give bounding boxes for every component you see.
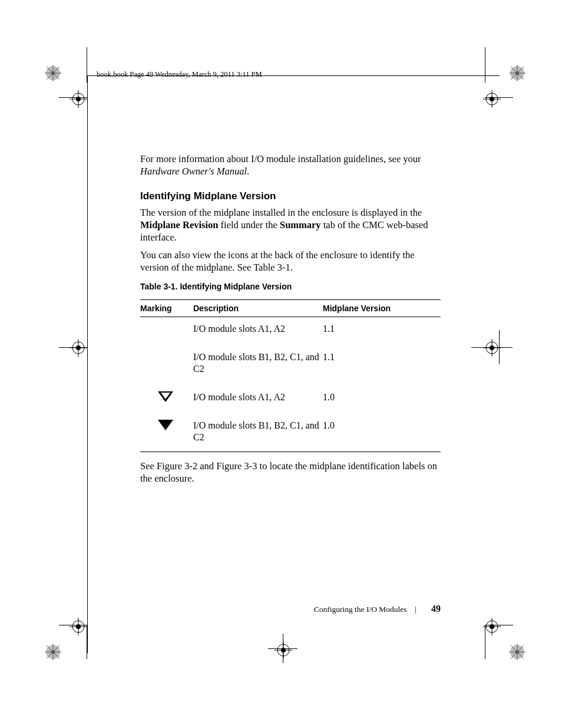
page-footer: Configuring the I/O Modules | 49 [140,604,441,614]
description-cell: I/O module slots A1, A2 [193,317,323,346]
table-caption: Table 3-1. Identifying Midplane Version [140,282,441,291]
crop-mark [485,625,513,625]
table-row: I/O module slots B1, B2, C1, and C2 1.0 [140,414,441,452]
description-cell: I/O module slots A1, A2 [193,386,323,414]
svg-point-8 [72,342,84,354]
table-header-row: Marking Description Midplane Version [140,300,441,317]
starburst-icon [44,643,62,661]
version-cell: 1.0 [323,414,441,452]
description-cell: I/O module slots B1, B2, C1, and C2 [193,414,323,452]
starburst-icon [508,643,527,661]
version-cell: 1.1 [323,317,441,346]
svg-point-0 [72,93,84,105]
page: book.book Page 49 Wednesday, March 9, 20… [0,0,562,728]
crop-mark [485,625,485,659]
svg-point-51 [515,650,519,654]
description-cell: I/O module slots B1, B2, C1, and C2 [193,345,323,386]
tab-name: Summary [280,219,321,230]
table-row: I/O module slots A1, A2 1.0 [140,386,441,414]
col-header-version: Midplane Version [323,300,441,317]
registration-mark-icon [70,339,87,357]
table-row: I/O module slots A1, A2 1.1 [140,317,441,346]
svg-point-33 [51,71,55,75]
crop-mark [87,625,87,659]
svg-point-11 [76,345,81,350]
crop-mark [485,97,513,98]
starburst-icon [44,64,62,83]
svg-point-4 [486,93,498,105]
svg-point-45 [51,650,55,654]
intro-paragraph: For more information about I/O module in… [140,153,441,177]
running-header: book.book Page 49 Wednesday, March 9, 20… [97,70,262,79]
registration-mark-icon [70,90,87,108]
triangle-outline-icon [158,391,173,402]
crop-mark [268,648,297,649]
registration-mark-icon [275,641,292,659]
section-heading: Identifying Midplane Version [140,190,441,202]
crop-mark [485,47,485,83]
marking-cell [140,414,193,452]
content-area: For more information about I/O module in… [140,153,441,491]
footer-section: Configuring the I/O Modules [314,605,407,614]
triangle-solid-icon [158,420,173,430]
crop-mark [59,97,87,98]
marking-cell [140,386,193,414]
text: . [247,166,249,177]
manual-title: Hardware Owner's Manual [140,166,247,177]
registration-mark-icon [70,618,87,635]
text: field under the [218,219,279,230]
field-name: Midplane Revision [140,219,218,230]
registration-mark-icon [483,339,501,357]
crop-mark [87,75,88,653]
closing-paragraph: See Figure 3-2 and Figure 3-3 to locate … [140,460,441,485]
svg-point-12 [486,342,498,354]
version-cell: 1.0 [323,386,441,414]
svg-point-24 [277,644,289,656]
col-header-marking: Marking [140,300,193,317]
crop-mark [471,347,513,348]
starburst-icon [508,64,527,83]
crop-mark [499,330,500,364]
midplane-table: Marking Description Midplane Version I/O… [140,299,441,452]
col-header-description: Description [193,300,323,317]
table-row: I/O module slots B1, B2, C1, and C2 1.1 [140,345,441,386]
paragraph: You can also view the icons at the back … [140,249,441,274]
svg-point-20 [486,621,498,633]
marking-cell [140,345,193,386]
marking-cell [140,317,193,346]
svg-point-16 [72,621,84,633]
text: For more information about I/O module in… [140,153,421,164]
version-cell: 1.1 [323,345,441,386]
registration-mark-icon [483,618,501,635]
paragraph: The version of the midplane installed in… [140,207,441,243]
crop-mark [59,625,87,625]
crop-mark [59,347,87,348]
svg-point-15 [490,345,494,350]
svg-point-39 [515,71,519,75]
footer-separator: | [415,605,416,614]
registration-mark-icon [483,90,501,108]
crop-mark [87,75,500,76]
text: The version of the midplane installed in… [140,207,422,218]
page-number: 49 [431,604,441,614]
